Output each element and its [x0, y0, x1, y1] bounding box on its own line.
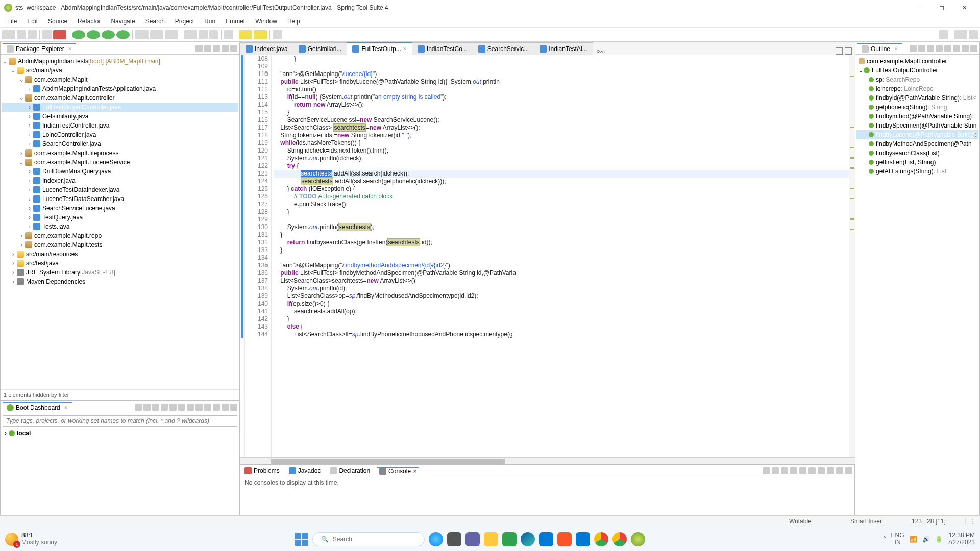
tool-icon[interactable] — [152, 404, 159, 411]
menu-source[interactable]: Source — [44, 16, 71, 27]
expand-icon[interactable]: ⌄ — [18, 93, 25, 103]
close-icon[interactable]: × — [413, 468, 416, 475]
editor-tab[interactable]: IndianTestCo... — [412, 42, 473, 55]
start-button[interactable] — [295, 533, 308, 546]
tree-item[interactable]: ›com.example.MapIt.repo — [2, 231, 238, 240]
tool-icon[interactable] — [818, 467, 825, 474]
tool-icon[interactable] — [143, 404, 151, 411]
tree-item[interactable]: ›Tests.java — [2, 222, 238, 231]
menu-navigate[interactable]: Navigate — [107, 16, 139, 27]
expand-icon[interactable]: › — [26, 213, 33, 222]
tree-item[interactable]: ›Getsimilarity.java — [2, 112, 238, 121]
code-editor[interactable]: 1081091101111121131141151161171181191201… — [240, 55, 855, 457]
weather-widget[interactable]: 88°F Mostly sunny — [5, 532, 57, 545]
expand-icon[interactable]: › — [18, 231, 25, 240]
tool-icon[interactable] — [790, 467, 797, 474]
tool-icon[interactable] — [936, 45, 943, 52]
close-icon[interactable]: × — [64, 404, 68, 411]
maximize-icon[interactable] — [230, 404, 237, 411]
expand-icon[interactable]: ⌄ — [18, 158, 25, 167]
tool-icon[interactable] — [827, 467, 834, 474]
expand-icon[interactable]: › — [26, 112, 33, 121]
package-tree[interactable]: ⌄AbdmMappingIndianTests [boot] [ABDM_Map… — [1, 55, 239, 389]
expand-icon[interactable]: › — [10, 259, 17, 268]
tool-icon[interactable] — [910, 45, 917, 52]
expand-icon[interactable]: › — [10, 249, 17, 259]
overview-ruler[interactable] — [849, 55, 855, 457]
outline-item[interactable]: getALLstrings(String) : List — [856, 167, 978, 176]
tree-item[interactable]: ›TestQuery.java — [2, 213, 238, 222]
outline-item[interactable]: findbySpecimen(@PathVariable Strin — [856, 121, 978, 130]
expand-icon[interactable]: ⌄ — [10, 66, 17, 75]
tool-icon[interactable] — [781, 467, 788, 474]
open-type-button[interactable] — [165, 30, 178, 39]
editor-tab[interactable]: SearchServic... — [473, 42, 534, 55]
expand-icon[interactable]: › — [26, 121, 33, 130]
teams-icon[interactable] — [465, 532, 480, 546]
tree-item[interactable]: ›com.example.MapIt.fileprocess — [2, 148, 238, 158]
expand-icon[interactable]: › — [5, 430, 7, 437]
editor-tab[interactable]: Getsimilari... — [293, 42, 348, 55]
boot-dashboard-tab[interactable]: Boot Dashboard × — [3, 402, 72, 413]
tree-item[interactable]: ›com.example.MapIt.tests — [2, 240, 238, 249]
maximize-icon[interactable] — [845, 467, 852, 474]
menu-search[interactable]: Search — [141, 16, 169, 27]
tool-icon[interactable] — [772, 467, 779, 474]
chrome-canary-icon[interactable] — [612, 532, 627, 546]
tree-item[interactable]: ›LuceneTestDataIndexer.java — [2, 185, 238, 194]
tree-item[interactable]: ⌄src/main/java — [2, 66, 238, 75]
view-menu-icon[interactable] — [213, 45, 220, 52]
tree-item[interactable]: ›LoincController.java — [2, 130, 238, 139]
chrome-icon[interactable] — [594, 532, 608, 546]
system-tray[interactable]: ˄ ENG IN 📶 🔊 🔋 12:38 PM 7/27/2023 — [883, 532, 975, 545]
tree-item[interactable]: ›JRE System Library [JavaSE-1.8] — [2, 268, 238, 277]
sts-icon[interactable] — [631, 532, 645, 546]
tool-icon[interactable] — [169, 404, 177, 411]
tree-item[interactable]: ⌄AbdmMappingIndianTests [boot] [ABDM_Map… — [2, 57, 238, 66]
tool-icon[interactable] — [135, 404, 142, 411]
camera-icon[interactable] — [502, 532, 517, 546]
tree-item[interactable]: ⌄com.example.MapIt.LuceneService — [2, 158, 238, 167]
volume-icon[interactable]: 🔊 — [922, 536, 930, 543]
maximize-button[interactable]: ◻ — [930, 0, 953, 15]
chevron-up-icon[interactable]: ˄ — [883, 536, 886, 543]
coverage-button[interactable] — [102, 30, 115, 39]
expand-icon[interactable]: › — [18, 240, 25, 249]
minimize-editor-icon[interactable] — [836, 47, 843, 55]
menu-refactor[interactable]: Refactor — [74, 16, 105, 27]
edge-icon[interactable] — [521, 532, 535, 546]
close-icon[interactable]: × — [894, 45, 898, 53]
problems-tab[interactable]: Problems — [242, 467, 282, 474]
find-button[interactable] — [939, 30, 948, 39]
outline-tab[interactable]: Outline × — [857, 43, 902, 54]
copilot-icon[interactable] — [429, 532, 443, 546]
pin-button[interactable] — [273, 30, 282, 39]
editor-tab[interactable]: IndianTestAl... — [534, 42, 593, 55]
tree-item[interactable]: ›src/test/java — [2, 259, 238, 268]
expand-icon[interactable]: › — [26, 204, 33, 213]
expand-icon[interactable]: › — [26, 167, 33, 176]
stop-button[interactable] — [53, 30, 66, 39]
annotation-next-button[interactable] — [199, 30, 208, 39]
outline-item[interactable]: sp : SearchRepo — [856, 75, 978, 84]
minimize-icon[interactable] — [836, 467, 843, 474]
boot-filter-input[interactable] — [3, 415, 237, 427]
outline-item[interactable]: com.example.MapIt.controller — [856, 57, 978, 66]
tool-icon[interactable] — [204, 404, 211, 411]
link-editor-icon[interactable] — [204, 45, 211, 52]
javadoc-tab[interactable]: Javadoc — [287, 467, 323, 474]
outline-item[interactable]: loincrepo : LoincRepo — [856, 84, 978, 93]
menu-edit[interactable]: Edit — [23, 16, 42, 27]
perspective-java-button[interactable] — [954, 30, 967, 39]
more-tabs[interactable]: »₂₀ — [593, 47, 609, 55]
tree-item[interactable]: ›SearchController.java — [2, 139, 238, 148]
boot-local-item[interactable]: › local — [1, 429, 239, 438]
explorer-icon[interactable] — [484, 532, 498, 546]
outline-item[interactable]: findbyid(@PathVariable String) : List< — [856, 93, 978, 103]
tool-icon[interactable] — [195, 404, 203, 411]
tree-item[interactable]: ›IndianTestController.java — [2, 121, 238, 130]
perspective-open-button[interactable] — [969, 30, 978, 39]
toggle-button[interactable] — [42, 30, 52, 39]
save-all-button[interactable] — [28, 30, 37, 39]
tool-icon[interactable] — [927, 45, 934, 52]
